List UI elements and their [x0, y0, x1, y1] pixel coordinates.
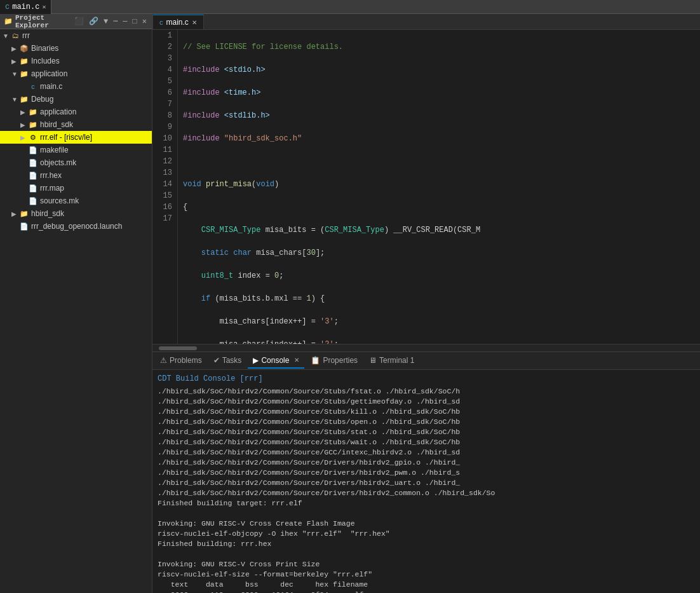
console-line-10: ./hbird_sdk/SoC/hbirdv2/Common/Source/Dr…: [158, 478, 695, 488]
code-line-4: #include <stdlib.h>: [183, 110, 700, 121]
tree-item-hbird-sdk-debug[interactable]: ▶ 📁 hbird_sdk: [0, 118, 152, 131]
tree-arrow-rrr-elf: ▶: [20, 134, 28, 141]
tree-arrow-application: ▼: [11, 71, 19, 78]
rrr-debug-launch-icon: 📄: [19, 222, 29, 231]
close-icon[interactable]: ✕: [141, 16, 148, 27]
tree-item-sources-mk[interactable]: 📄 sources.mk: [0, 194, 152, 207]
tree-item-rrr-hex[interactable]: 📄 rrr.hex: [0, 169, 152, 182]
tab-close-btn[interactable]: ✕: [192, 19, 197, 26]
tree-item-application[interactable]: ▼ 📁 application: [0, 67, 152, 80]
editor-tab-label: main.c: [12, 3, 39, 11]
tree-label-hbird-sdk: hbird_sdk: [31, 209, 64, 218]
project-tree: ▼ 🗂 rrr ▶ 📦 Binaries ▶ 📁 Includes ▼ 📁 ap…: [0, 29, 152, 593]
tree-item-rrr-elf[interactable]: ▶ ⚙ rrr.elf - [riscv/le]: [0, 131, 152, 144]
tree-label-binaries: Binaries: [31, 44, 58, 53]
tree-label-includes: Includes: [31, 57, 60, 65]
main-c-icon: c: [28, 83, 38, 90]
code-line-14: misa_chars[index++] = '2';: [183, 339, 700, 344]
console-header-label: CDT Build Console [rrr]: [158, 372, 695, 386]
tab-console[interactable]: ▶ Console ✕: [248, 353, 304, 369]
editor-tab-active[interactable]: c main.c ✕: [152, 15, 204, 29]
code-line-11: uint8_t index = 0;: [183, 270, 700, 282]
console-line-2: ./hbird_sdk/SoC/hbirdv2/Common/Source/St…: [158, 397, 695, 407]
tree-item-rrr[interactable]: ▼ 🗂 rrr: [0, 29, 152, 42]
tab-tasks-label: Tasks: [222, 356, 242, 365]
tab-terminal1[interactable]: 🖥 Terminal 1: [364, 353, 419, 369]
console-line-3: ./hbird_sdk/SoC/hbirdv2/Common/Source/St…: [158, 407, 695, 417]
rrr-hex-icon: 📄: [28, 172, 38, 180]
code-editor[interactable]: 1 2 3 4 5 6 7 8 9 10 11 12 13 14 15 16 1…: [152, 30, 700, 344]
tab-problems[interactable]: ⚠ Problems: [155, 353, 207, 369]
editor-tab-close[interactable]: ✕: [42, 3, 46, 11]
tree-item-main-c[interactable]: c main.c: [0, 80, 152, 93]
scrollbar-thumb[interactable]: [159, 346, 197, 350]
rrr-elf-icon: ⚙: [28, 133, 38, 142]
properties-icon: 📋: [311, 356, 320, 365]
tab-file-icon: c: [159, 18, 163, 26]
code-text[interactable]: // See LICENSE for license details. #inc…: [178, 30, 700, 344]
tree-arrow-includes: ▶: [11, 58, 19, 65]
maximize-icon[interactable]: □: [131, 17, 138, 27]
code-line-1: // See LICENSE for license details.: [183, 41, 700, 53]
code-line-2: #include <stdio.h>: [183, 64, 700, 76]
console-line-invoking-size: Invoking: GNU RISC-V Cross Print Size: [158, 559, 695, 569]
tree-label-rrr: rrr: [22, 31, 30, 40]
tasks-icon: ✔: [213, 356, 220, 365]
tree-item-makefile[interactable]: 📄 makefile: [0, 144, 152, 156]
tree-item-application2[interactable]: ▶ 📁 application: [0, 106, 152, 118]
application-icon: 📁: [19, 70, 29, 78]
tab-properties[interactable]: 📋 Properties: [306, 353, 363, 369]
console-output[interactable]: CDT Build Console [rrr] ./hbird_sdk/SoC/…: [152, 370, 700, 593]
tree-item-debug[interactable]: ▼ 📁 Debug: [0, 93, 152, 106]
tree-item-rrr-debug-launch[interactable]: 📄 rrr_debug_openocd.launch: [0, 220, 152, 233]
folder-icon-rrr: 🗂: [10, 32, 20, 39]
console-line-7: ./hbird_sdk/SoC/hbirdv2/Common/Source/GC…: [158, 447, 695, 458]
editor-area: c main.c ✕ 1 2 3 4 5 6 7 8 9 10 11 12 13…: [152, 14, 700, 593]
tree-item-objects-mk[interactable]: 📄 objects.mk: [0, 156, 152, 169]
panel-tab-bar: ⚠ Problems ✔ Tasks ▶ Console ✕ 📋 Propert…: [152, 352, 700, 370]
minimize-icon[interactable]: —: [121, 17, 128, 27]
code-line-6: [183, 156, 700, 167]
sidebar: 📁 Project Explorer ⬛ 🔗 ▼ ⋯ — □ ✕ ▼ 🗂 rrr: [0, 14, 152, 593]
code-line-8: {: [183, 201, 700, 213]
console-icon: ▶: [253, 356, 259, 365]
console-line-4: ./hbird_sdk/SoC/hbirdv2/Common/Source/St…: [158, 417, 695, 427]
file-icon: c: [5, 3, 10, 11]
menu-icon[interactable]: ⋯: [112, 16, 119, 27]
objects-mk-icon: 📄: [28, 159, 38, 167]
tree-label-main-c: main.c: [40, 82, 62, 91]
console-line-9: ./hbird_sdk/SoC/hbirdv2/Common/Source/Dr…: [158, 468, 695, 478]
horizontal-scrollbar[interactable]: [152, 344, 700, 351]
terminal-icon: 🖥: [369, 356, 377, 365]
tree-item-rrr-map[interactable]: 📄 rrr.map: [0, 182, 152, 194]
rrr-map-icon: 📄: [28, 184, 38, 193]
tab-tasks[interactable]: ✔ Tasks: [208, 353, 247, 369]
problems-icon: ⚠: [160, 356, 167, 365]
tree-label-makefile: makefile: [40, 146, 69, 154]
console-line-finished-hex: Finished building: rrr.hex: [158, 539, 695, 549]
code-line-10: static char misa_chars[30];: [183, 247, 700, 259]
tree-label-debug: Debug: [31, 95, 53, 104]
tree-label-rrr-hex: rrr.hex: [40, 171, 62, 180]
tree-label-application2: application: [40, 107, 76, 116]
tree-item-hbird-sdk[interactable]: ▶ 📁 hbird_sdk: [0, 207, 152, 220]
tree-item-binaries[interactable]: ▶ 📦 Binaries: [0, 42, 152, 55]
tree-label-objects-mk: objects.mk: [40, 158, 76, 167]
includes-icon: 📁: [19, 57, 29, 65]
sidebar-title-area: 📁 Project Explorer: [4, 14, 73, 29]
tree-label-hbird-sdk-debug: hbird_sdk: [40, 120, 73, 129]
console-line-invoking-flash: Invoking: GNU RISC-V Cross Create Flash …: [158, 519, 695, 529]
link-editor-icon[interactable]: 🔗: [88, 16, 100, 27]
console-close-icon[interactable]: ✕: [294, 357, 299, 364]
collapse-all-icon[interactable]: ⬛: [73, 16, 85, 27]
editor-tab-main-c[interactable]: c main.c ✕: [0, 0, 51, 14]
sidebar-title-label: Project Explorer: [15, 14, 73, 29]
tab-console-label: Console: [261, 356, 289, 365]
filter-icon[interactable]: ▼: [102, 17, 109, 27]
tree-label-rrr-debug: rrr_debug_openocd.launch: [31, 222, 122, 231]
makefile-icon: 📄: [28, 146, 38, 154]
project-icon: 📁: [4, 17, 13, 25]
tree-item-includes[interactable]: ▶ 📁 Includes: [0, 55, 152, 67]
tree-arrow-rrr: ▼: [3, 32, 10, 39]
console-line-size-header: text data bss dec hex filename: [158, 580, 695, 590]
